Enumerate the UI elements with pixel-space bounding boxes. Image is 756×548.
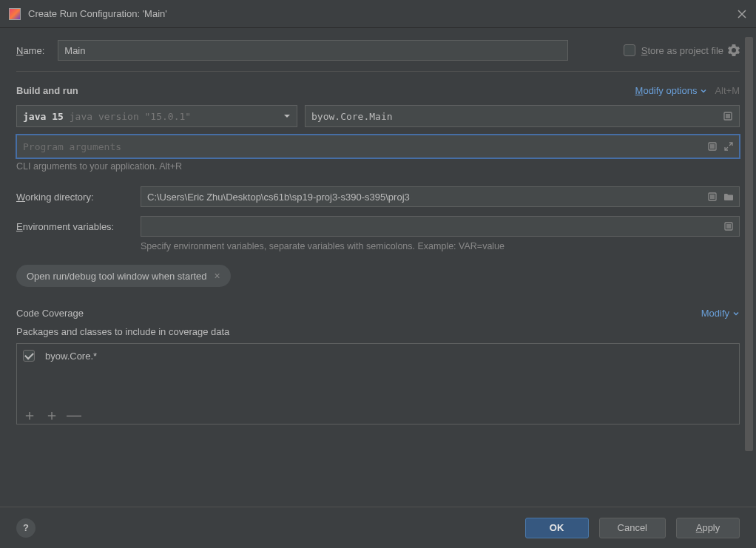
coverage-modify-label: Modify [701,308,729,319]
list-icon[interactable] [707,192,718,202]
build-run-header: Build and run Modify options Alt+M [16,85,740,96]
coverage-item[interactable]: byow.Core.* [23,350,733,362]
modify-options-link[interactable]: Modify options [635,85,708,96]
env-input[interactable] [141,216,740,237]
open-tool-window-label: Open run/debug tool window when started [27,271,207,282]
folder-icon[interactable] [723,192,734,202]
env-help: Specify environment variables, separate … [141,241,740,251]
coverage-list[interactable]: byow.Core.* ＋ ＋ — [16,343,740,424]
options-pills: Open run/debug tool window when started … [16,265,740,308]
add-icon[interactable]: ＋ [45,405,58,425]
name-label: Name: [16,45,44,56]
titlebar: Create Run Configuration: 'Main' [0,0,756,28]
store-label: Store as project file [641,45,723,56]
coverage-item-checkbox[interactable] [23,350,35,362]
list-icon[interactable] [723,111,733,121]
separator [16,71,740,72]
jdk-class-row: java 15 java version "15.0.1" byow.Core.… [16,105,740,127]
chevron-down-icon [700,87,707,95]
name-input[interactable] [58,40,568,61]
env-label: Environment variables: [16,221,141,232]
chevron-down-icon [283,112,291,120]
modify-shortcut: Alt+M [715,85,740,96]
store-checkbox[interactable] [624,44,635,56]
dialog-footer: ? OK Cancel Apply [0,507,756,548]
chevron-down-icon [732,310,740,317]
ok-button[interactable]: OK [525,518,589,538]
apply-button[interactable]: Apply [676,518,740,538]
remove-icon[interactable]: — [67,407,81,424]
list-icon[interactable] [723,221,734,231]
coverage-title: Code Coverage [16,308,84,319]
main-class-input[interactable]: byow.Core.Main [305,105,740,127]
dialog-content: Name: Store as project file Build and ru… [0,28,756,507]
main-class-value: byow.Core.Main [311,111,393,122]
list-icon[interactable] [707,141,718,152]
cancel-button[interactable]: Cancel [599,518,666,538]
jdk-name: java 15 [23,111,64,122]
build-run-title: Build and run [16,85,78,96]
env-row: Environment variables: [16,216,740,237]
coverage-packages-label: Packages and classes to include in cover… [16,326,740,337]
help-button[interactable]: ? [16,518,36,538]
working-dir-input[interactable] [141,186,740,207]
scrollbar-thumb[interactable] [745,37,753,451]
program-args-help: CLI arguments to your application. Alt+R [16,161,740,172]
program-args-row [16,135,740,158]
close-icon[interactable]: × [215,270,220,282]
expand-icon[interactable] [723,141,734,152]
app-icon [9,8,21,20]
jdk-select[interactable]: java 15 java version "15.0.1" [16,105,297,127]
coverage-modify-link[interactable]: Modify [701,308,740,319]
jdk-version: java version "15.0.1" [70,111,191,122]
gear-icon[interactable] [728,44,740,56]
add-icon[interactable]: ＋ [23,405,36,425]
name-row: Name: Store as project file [16,40,740,61]
open-tool-window-pill[interactable]: Open run/debug tool window when started … [16,265,231,287]
window-title: Create Run Configuration: 'Main' [28,8,737,19]
working-dir-label: Working directory: [16,192,141,203]
store-as-project-group[interactable]: Store as project file [624,44,740,56]
coverage-item-label: byow.Core.* [45,351,97,362]
program-arguments-input[interactable] [16,135,740,158]
working-dir-row: Working directory: [16,186,740,207]
close-icon[interactable] [737,9,747,19]
coverage-header: Code Coverage Modify [16,308,740,319]
coverage-toolbar: ＋ ＋ — [23,405,81,425]
